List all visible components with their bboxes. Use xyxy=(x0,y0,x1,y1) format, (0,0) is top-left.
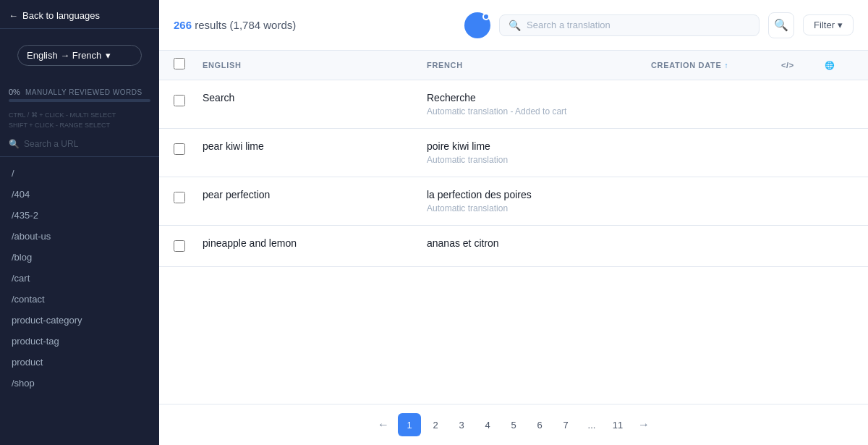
cell-french: Recherche Automatic translation - Added … xyxy=(427,92,651,116)
row-checkbox-cell xyxy=(174,92,203,109)
cell-french: la perfection des poires Automatic trans… xyxy=(427,189,651,213)
search-url-icon: 🔍 xyxy=(9,139,20,149)
url-search-wrapper: 🔍 xyxy=(0,135,159,153)
page-11-button[interactable]: 11 xyxy=(606,413,629,436)
select-all-checkbox-cell xyxy=(174,58,203,72)
code-icon: </> xyxy=(781,61,794,69)
sidebar-nav-item[interactable]: /contact xyxy=(0,289,159,310)
sidebar-nav-item[interactable]: /404 xyxy=(0,184,159,205)
table-header: ENGLISH FRENCH CREATION DATE ↑ </> 🌐 xyxy=(159,51,868,80)
back-label: Back to languages xyxy=(22,10,100,21)
results-suffix: results (1,784 words) xyxy=(192,19,296,31)
page-7-button[interactable]: 7 xyxy=(554,413,577,436)
select-all-checkbox[interactable] xyxy=(174,58,185,69)
cell-english: Search xyxy=(203,92,427,103)
row-checkbox[interactable] xyxy=(174,95,185,106)
row-checkbox[interactable] xyxy=(174,240,185,252)
sidebar-nav-item[interactable]: /blog xyxy=(0,247,159,268)
sidebar-nav-item[interactable]: product-category xyxy=(0,310,159,331)
sidebar-nav-item[interactable]: /cart xyxy=(0,268,159,289)
page-6-button[interactable]: 6 xyxy=(528,413,551,436)
arrow-left-icon: ← xyxy=(9,10,18,21)
row-checkbox[interactable] xyxy=(174,143,185,155)
filter-label: Filter xyxy=(814,20,835,30)
filter-chevron-icon: ▾ xyxy=(838,20,843,30)
sidebar-divider xyxy=(0,156,159,157)
search-icon: 🔍 xyxy=(509,20,521,31)
top-bar: 266 results (1,784 words) 🔍 🔍 Filter ▾ xyxy=(159,0,868,51)
lang-selector-label: English → French xyxy=(27,50,101,61)
cell-french: ananas et citron xyxy=(427,237,651,249)
table-body: Search Recherche Automatic translation -… xyxy=(159,80,868,267)
back-to-languages[interactable]: ← Back to languages xyxy=(0,0,159,29)
sidebar-nav: //404/435-2/about-us/blog/cart/contactpr… xyxy=(0,160,159,445)
table-row: pineapple and lemon ananas et citron xyxy=(159,226,868,267)
shortcut-hints: CTRL / ⌘ + CLICK - MULTI SELECT SHIFT + … xyxy=(0,106,159,135)
prev-page-button[interactable]: ← xyxy=(372,413,395,436)
progress-section: 0% MANUALLY REVIEWED WORDS xyxy=(0,82,159,106)
filter-button[interactable]: Filter ▾ xyxy=(803,14,854,35)
cell-english: pear kiwi lime xyxy=(203,140,427,152)
sidebar-nav-item[interactable]: product xyxy=(0,352,159,373)
sidebar-nav-item[interactable]: /435-2 xyxy=(0,205,159,226)
pagination-pages: 1234567...11 xyxy=(398,413,629,436)
french-value: ananas et citron xyxy=(427,237,637,249)
th-english: ENGLISH xyxy=(203,61,427,69)
cell-french: poire kiwi lime Automatic translation xyxy=(427,140,651,165)
translation-search-bar[interactable]: 🔍 xyxy=(499,14,760,36)
url-search-input[interactable] xyxy=(24,139,150,149)
page-3-button[interactable]: 3 xyxy=(450,413,473,436)
page-4-button[interactable]: 4 xyxy=(476,413,499,436)
sidebar-nav-item[interactable]: product-tag xyxy=(0,331,159,352)
chevron-down-icon: ▾ xyxy=(106,50,111,61)
pagination: ← 1234567...11 → xyxy=(159,404,868,445)
table-row: pear perfection la perfection des poires… xyxy=(159,177,868,226)
sidebar-nav-item[interactable]: / xyxy=(0,163,159,184)
page-2-button[interactable]: 2 xyxy=(424,413,447,436)
row-checkbox-cell xyxy=(174,237,203,255)
search-icon-button[interactable]: 🔍 xyxy=(768,12,794,38)
auto-note: Automatic translation - Added to cart xyxy=(427,106,637,116)
translations-table: ENGLISH FRENCH CREATION DATE ↑ </> 🌐 Sea… xyxy=(159,51,868,404)
th-code-icon: </> xyxy=(781,61,825,69)
table-row: Search Recherche Automatic translation -… xyxy=(159,80,868,129)
main-content: 266 results (1,784 words) 🔍 🔍 Filter ▾ E… xyxy=(159,0,868,445)
progress-bar-bg xyxy=(9,99,150,102)
french-value: poire kiwi lime xyxy=(427,140,637,152)
row-checkbox-cell xyxy=(174,189,203,206)
avatar-button[interactable] xyxy=(464,12,490,38)
cell-english: pear perfection xyxy=(203,189,427,200)
translation-search-input[interactable] xyxy=(527,20,750,30)
avatar-dot xyxy=(482,13,490,20)
auto-note: Automatic translation xyxy=(427,203,637,213)
auto-note: Automatic translation xyxy=(427,155,637,165)
french-value: la perfection des poires xyxy=(427,189,637,200)
th-french: FRENCH xyxy=(427,61,651,69)
globe-icon: 🌐 xyxy=(825,61,835,70)
cell-english: pineapple and lemon xyxy=(203,237,427,249)
row-checkbox[interactable] xyxy=(174,192,185,203)
results-number: 266 xyxy=(174,19,192,31)
row-checkbox-cell xyxy=(174,140,203,158)
sidebar-nav-item[interactable]: /about-us xyxy=(0,226,159,247)
page-1-button[interactable]: 1 xyxy=(398,413,421,436)
language-selector[interactable]: English → French ▾ xyxy=(17,45,142,66)
progress-value: 0% MANUALLY REVIEWED WORDS xyxy=(9,88,150,96)
search-icon-2: 🔍 xyxy=(774,18,788,32)
page-5-button[interactable]: 5 xyxy=(502,413,525,436)
pagination-ellipsis: ... xyxy=(580,413,603,436)
sort-icon: ↑ xyxy=(724,62,728,69)
sidebar-nav-item[interactable]: /shop xyxy=(0,373,159,394)
french-value: Recherche xyxy=(427,92,637,103)
th-globe-icon: 🌐 xyxy=(825,61,854,70)
th-creation-date: CREATION DATE ↑ xyxy=(651,61,781,69)
sidebar: ← Back to languages English → French ▾ 0… xyxy=(0,0,159,445)
table-row: pear kiwi lime poire kiwi lime Automatic… xyxy=(159,129,868,177)
results-count: 266 results (1,784 words) xyxy=(174,19,296,31)
next-page-button[interactable]: → xyxy=(632,413,655,436)
